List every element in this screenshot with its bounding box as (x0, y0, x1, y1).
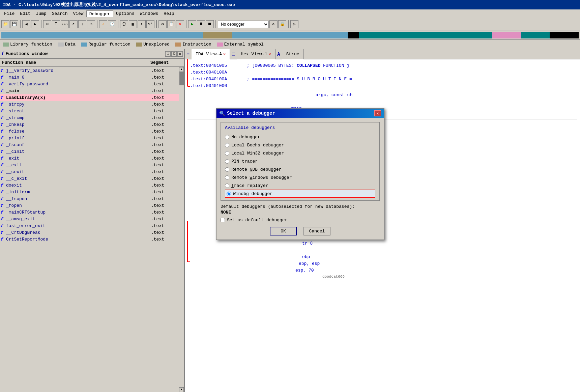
radio-input-no-debugger[interactable] (225, 135, 229, 139)
set-default-label: Set as default debugger (227, 218, 287, 223)
radio-label-remote-windows: Remote Windows debugger (231, 175, 292, 180)
radio-local-bochs[interactable]: Local Bochs debugger (225, 141, 375, 149)
dialog-close-button[interactable]: ✕ (374, 110, 381, 116)
radio-label-windbg: Windbg debugger (233, 191, 272, 196)
dialog-overlay: 🔍 Select a debugger ✕ Available debugger… (0, 0, 580, 392)
radio-remote-gdb[interactable]: Remote GDB debugger (225, 165, 375, 173)
dialog-buttons: OK Cancel (221, 227, 380, 235)
dialog-content: Available debuggers No debugger Local Bo… (216, 118, 384, 240)
radio-pin-tracer[interactable]: PIN tracer (225, 157, 375, 165)
radio-remote-windows[interactable]: Remote Windows debugger (225, 173, 375, 181)
radio-input-local-win32[interactable] (225, 151, 229, 156)
default-value: NONE (221, 210, 380, 215)
radio-label-pin-tracer: PIN tracer (231, 159, 258, 164)
available-debuggers-group: Available debuggers No debugger Local Bo… (221, 122, 380, 201)
radio-label-no-debugger: No debugger (231, 135, 260, 140)
set-default-row: Set as default debugger (221, 218, 380, 223)
set-default-checkbox[interactable] (221, 218, 225, 222)
cancel-button[interactable]: Cancel (303, 227, 330, 235)
ok-button[interactable]: OK (270, 227, 297, 235)
radio-label-remote-gdb: Remote GDB debugger (231, 167, 281, 172)
radio-label-trace-replayer: Trace replayer (231, 183, 268, 188)
radio-label-local-win32: Local Win32 debugger (231, 151, 284, 156)
radio-windbg[interactable]: Windbg debugger (225, 190, 375, 198)
radio-input-trace-replayer[interactable] (225, 184, 229, 188)
radio-local-win32[interactable]: Local Win32 debugger (225, 149, 375, 157)
select-debugger-dialog: 🔍 Select a debugger ✕ Available debugger… (216, 108, 384, 240)
dialog-title-label: Select a debugger (227, 111, 275, 116)
radio-trace-replayer[interactable]: Trace replayer (225, 181, 375, 190)
dialog-icon: 🔍 (219, 111, 225, 116)
dialog-title-text: 🔍 Select a debugger (219, 111, 275, 116)
radio-input-local-bochs[interactable] (225, 143, 229, 147)
radio-input-windbg[interactable] (227, 192, 231, 196)
radio-input-pin-tracer[interactable] (225, 159, 229, 164)
group-legend: Available debuggers (225, 125, 375, 130)
default-debuggers-section: Default debuggers (autoselected for new … (221, 204, 380, 215)
radio-label-local-bochs: Local Bochs debugger (231, 143, 284, 148)
radio-input-remote-windows[interactable] (225, 175, 229, 180)
radio-input-remote-gdb[interactable] (225, 167, 229, 172)
radio-no-debugger[interactable]: No debugger (225, 133, 375, 141)
default-label: Default debuggers (autoselected for new … (221, 204, 380, 209)
dialog-titlebar: 🔍 Select a debugger ✕ (216, 109, 384, 118)
